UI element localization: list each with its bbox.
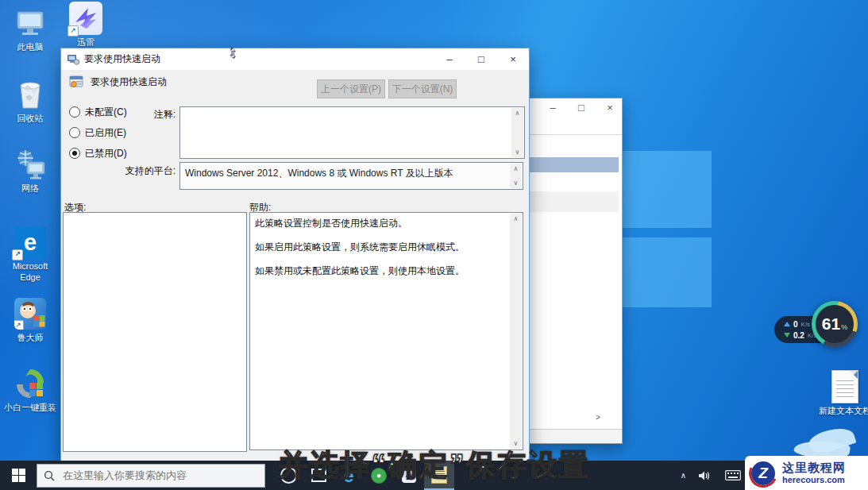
windows-logo-icon [12,469,25,482]
dialog-title: 要求使用快速启动 [84,52,160,66]
task-view-icon [311,469,326,482]
watermark-site-url: herecours.com [782,475,846,484]
desktop-icon-label: 网络 [21,183,39,195]
desktop-icon-recycle-bin[interactable]: 回收站 [2,78,59,125]
status-bar [524,430,622,443]
policy-setting-name: 要求使用快速启动 [91,75,167,89]
options-panel[interactable] [63,212,247,452]
previous-setting-button[interactable]: 上一个设置(P) [317,79,385,98]
watermark-logo-letter: Z [751,461,775,485]
watermark: Z 这里教程网 herecours.com [745,456,868,490]
desktop-icon-label: Microsoft Edge [2,261,58,284]
radio-label: 已禁用(D) [85,147,127,160]
comment-scrollbar[interactable]: ∧ ∨ [511,108,523,157]
recycle-bin-icon [14,78,47,111]
green-app-icon: ● [371,468,387,484]
edge-icon: e [343,465,353,487]
upload-arrow-icon [784,322,790,326]
radio-label: 已启用(E) [85,126,126,140]
radio-circle [69,106,80,118]
start-button[interactable] [0,461,37,490]
help-panel[interactable]: 此策略设置控制是否使用快速启动。 如果启用此策略设置，则系统需要启用休眠模式。 … [249,212,523,450]
desktop-icon-label: 新建文本文档 [819,406,868,417]
scroll-up-icon[interactable]: ∧ [514,165,519,172]
maximize-icon[interactable]: □ [465,48,497,70]
desktop-icon-label: 此电脑 [17,42,44,53]
policy-setting-header: 要求使用快速启动 [69,75,167,89]
next-setting-button[interactable]: 下一个设置(N) [388,79,457,98]
desktop-icon-ludashi[interactable]: ↗ 鲁大师 [2,297,59,344]
wallpaper-logo-pane [622,237,712,307]
watermark-logo-icon: Z [750,460,777,487]
scroll-down-icon[interactable]: ∨ [514,440,519,447]
scroll-up-icon[interactable]: ∧ [515,110,520,117]
list-row [525,191,619,212]
taskbar: e ● ∧ [0,461,868,490]
download-speed: 0.2 [793,331,804,340]
help-paragraph: 此策略设置控制是否使用快速启动。 [255,217,507,230]
speaker-icon[interactable] [699,470,712,481]
cortana-button[interactable] [273,461,303,490]
desktop-icon-xunlei[interactable]: ↗ 迅雷 [57,2,114,48]
upload-unit: K/s [801,321,811,328]
taskbar-search[interactable] [37,464,265,488]
help-paragraph: 如果启用此策略设置，则系统需要启用休眠模式。 [255,241,507,253]
radio-disabled[interactable]: 已禁用(D) [69,146,127,160]
desktop-icon-this-pc[interactable]: 此电脑 [2,6,59,53]
watermark-site-name: 这里教程网 [782,461,846,475]
radio-enabled[interactable]: 已启用(E) [69,125,126,140]
xiaobai-icon [14,367,47,400]
usage-ring[interactable]: 61 % [812,301,858,347]
desktop-icon-label: 回收站 [17,114,44,125]
scroll-up-icon[interactable]: ∧ [514,215,519,222]
network-icon [14,148,47,181]
comment-label: 注释: [85,108,176,122]
ludashi-icon: ↗ [14,297,47,330]
minimize-icon[interactable]: – [434,48,465,70]
scroll-down-icon[interactable]: ∨ [515,149,520,156]
dialog-titlebar[interactable]: 要求使用快速启动 – □ × [61,48,529,70]
desktop-icon-edge[interactable]: e↗ Microsoft Edge [2,226,59,284]
usage-percent: 61 [822,315,840,332]
edge-icon: e↗ [14,226,47,259]
maximize-icon[interactable]: □ [576,102,587,114]
background-window[interactable]: – □ × > [523,98,623,444]
close-icon[interactable]: × [604,102,615,114]
taskbar-green-app-button[interactable]: ● [364,461,394,490]
close-icon[interactable]: × [497,48,529,70]
xunlei-icon: ↗ [69,2,102,35]
desktop-icon-xiaobai[interactable]: 小白一键重装 [2,367,59,414]
radio-circle [69,127,80,138]
task-view-button[interactable] [303,461,334,490]
scroll-down-icon[interactable]: ∨ [514,179,519,187]
tray-chevron-up-icon[interactable]: ∧ [681,471,686,480]
scroll-right-icon[interactable]: > [596,413,600,422]
supported-platforms-value: Windows Server 2012、Windows 8 或 Windows … [185,168,453,179]
desktop-icon-label: 迅雷 [77,37,95,48]
dialog-icon [68,54,79,65]
search-input[interactable] [61,469,247,482]
minimize-icon[interactable]: – [547,102,558,114]
usage-percent-sign: % [841,323,847,331]
upload-speed: 0 [793,320,798,329]
desktop-icon-label: 小白一键重装 [4,403,56,414]
gpedit-scroll-icon [431,466,447,484]
help-paragraph: 如果禁用或未配置此策略设置，则使用本地设置。 [255,264,507,277]
taskbar-gpedit-button[interactable] [424,461,454,490]
text-document-icon [828,370,862,403]
policy-icon [69,75,84,89]
radio-circle [69,148,80,159]
platform-scrollbar[interactable]: ∧ ∨ [510,164,522,188]
cortana-icon [280,467,297,484]
taskbar-edge-button[interactable]: e [334,461,364,490]
supported-platforms-box[interactable]: Windows Server 2012、Windows 8 或 Windows … [179,162,523,190]
download-arrow-icon [784,333,790,338]
help-scrollbar[interactable]: ∧ ∨ [510,214,522,449]
desktop-icon-new-text-doc[interactable]: 新建文本文档 [816,370,868,417]
comment-input[interactable]: ∧ ∨ [179,106,525,159]
taskbar-xunlei-button[interactable] [394,461,424,490]
supported-label: 支持的平台: [85,164,176,178]
keyboard-ime-icon[interactable] [725,470,741,480]
desktop-icon-network[interactable]: 网络 [2,148,59,195]
search-icon [44,470,55,481]
